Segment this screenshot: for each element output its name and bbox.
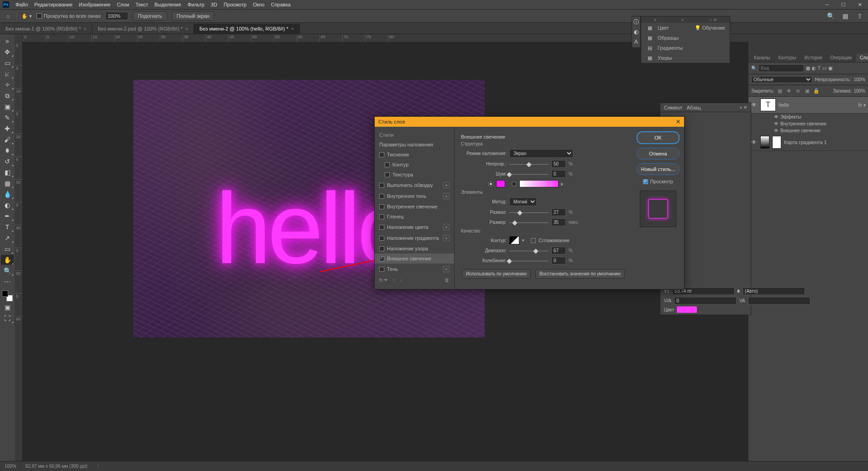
hand-tool[interactable]: ✋: [1, 255, 14, 265]
menu-select[interactable]: Выделение: [155, 2, 181, 7]
collapse-icon[interactable]: « ✕: [740, 105, 747, 110]
lock-artboard-icon[interactable]: ⊕: [795, 87, 802, 94]
gradient-radio[interactable]: [512, 181, 517, 186]
opacity-slider[interactable]: [509, 161, 549, 167]
color-swatches[interactable]: [2, 290, 13, 301]
use-default-button[interactable]: Использовать по умолчанию: [462, 269, 531, 279]
styles-header[interactable]: Стили: [375, 130, 454, 140]
style-item-pattern-overlay[interactable]: Наложение узора: [375, 243, 454, 254]
size-slider[interactable]: [509, 219, 549, 226]
move-tool[interactable]: ✥: [1, 47, 14, 57]
close-button[interactable]: ✕: [852, 0, 868, 9]
tab-channels[interactable]: Каналы: [750, 53, 774, 62]
dialog-titlebar[interactable]: Стиль слоя ✕: [375, 117, 684, 127]
cancel-button[interactable]: Отмена: [637, 148, 680, 160]
menu-window[interactable]: Окно: [253, 2, 265, 7]
layer-name[interactable]: Карта градиента 1: [784, 140, 827, 145]
style-item-gradient-overlay[interactable]: Наложение градиента+: [375, 233, 454, 243]
status-arrow-icon[interactable]: 〉: [97, 463, 101, 470]
glow-color-swatch[interactable]: [496, 180, 505, 187]
panel-item-learn[interactable]: 💡 Обучение: [695, 25, 725, 31]
tab-paragraph[interactable]: Абзац: [687, 105, 701, 110]
collapse-icon[interactable]: »: [1, 36, 14, 46]
marquee-tool[interactable]: ▭: [1, 58, 14, 68]
fill-value[interactable]: 100%: [853, 88, 865, 93]
add-icon[interactable]: +: [443, 182, 450, 188]
fullscreen-button[interactable]: Полный экран: [172, 11, 214, 21]
zoom-tool[interactable]: 🔍: [1, 266, 14, 276]
leading-input[interactable]: [743, 287, 805, 295]
tracking-input[interactable]: [748, 297, 810, 305]
fx-badge[interactable]: fx ▾: [858, 103, 865, 108]
heal-tool[interactable]: ✚: [1, 124, 14, 134]
foreground-color[interactable]: [2, 290, 8, 297]
layer-thumbnail[interactable]: [760, 136, 769, 149]
hand-tool-icon[interactable]: ✋ ▾: [21, 13, 32, 19]
history-brush-tool[interactable]: ↺: [1, 156, 14, 166]
zoom-input[interactable]: [105, 12, 128, 20]
spread-slider[interactable]: [509, 209, 549, 216]
filter-smart-icon[interactable]: ▣: [828, 66, 832, 71]
size-input[interactable]: [551, 218, 566, 226]
path-tool[interactable]: ↗: [1, 233, 14, 243]
close-icon[interactable]: ×: [84, 26, 86, 31]
jitter-slider[interactable]: [509, 258, 549, 264]
style-item-bevel[interactable]: Тиснение: [375, 150, 454, 160]
home-icon[interactable]: ⌂: [4, 12, 12, 20]
frame-tool[interactable]: ▣: [1, 102, 14, 112]
more-tools[interactable]: ⋯: [1, 277, 14, 287]
menu-layer[interactable]: Слои: [117, 2, 129, 7]
layer-effect-item[interactable]: 👁Внутреннее свечение: [748, 120, 868, 127]
close-icon[interactable]: ✕: [676, 119, 680, 125]
noise-slider[interactable]: [509, 171, 549, 177]
fx-menu-icon[interactable]: fx⏷: [379, 277, 388, 283]
opacity-value[interactable]: 100%: [853, 77, 865, 82]
layer-effect-item[interactable]: 👁Внешнее свечение: [748, 127, 868, 134]
lock-pixels-icon[interactable]: ▦: [776, 87, 784, 94]
eyedropper-tool[interactable]: ✎: [1, 113, 14, 123]
layer-search-input[interactable]: [758, 64, 804, 72]
text-color-swatch[interactable]: [677, 306, 697, 313]
menu-type[interactable]: Текст: [136, 2, 148, 7]
noise-input[interactable]: [551, 170, 566, 178]
stamp-tool[interactable]: ⧯: [1, 145, 14, 155]
screenmode-icon[interactable]: ⛶: [1, 313, 14, 323]
move-up-icon[interactable]: ↑: [393, 277, 396, 283]
panel-item-patterns[interactable]: ▦Узоры: [641, 53, 730, 63]
layer-thumbnail[interactable]: T: [760, 98, 776, 111]
workspace-icon[interactable]: ▦: [841, 11, 850, 21]
layer-row[interactable]: 👁 T hello fx ▾: [748, 97, 868, 114]
tab-actions[interactable]: Операции: [827, 53, 856, 62]
close-icon[interactable]: ×: [185, 26, 188, 31]
visibility-icon[interactable]: 👁: [751, 139, 758, 145]
style-item-outer-glow[interactable]: Внешнее свечение: [375, 254, 454, 264]
minimize-button[interactable]: ─: [819, 0, 835, 9]
panel-item-color[interactable]: ▦Цвет 💡 Обучение: [641, 23, 730, 33]
status-zoom[interactable]: 100%: [5, 464, 16, 469]
lock-nested-icon[interactable]: ▣: [804, 87, 811, 94]
kerning-input[interactable]: [674, 297, 737, 305]
menu-file[interactable]: Файл: [16, 2, 28, 7]
close-icon[interactable]: ─ ✕: [709, 17, 717, 22]
range-input[interactable]: [551, 247, 566, 254]
filter-pixel-icon[interactable]: ▦: [806, 66, 810, 71]
tab-history[interactable]: История: [801, 53, 826, 62]
blend-mode-select[interactable]: Обычные: [751, 76, 812, 83]
style-item-color-overlay[interactable]: Наложение цвета+: [375, 222, 454, 233]
tab-layers[interactable]: Слои: [856, 53, 868, 62]
visibility-icon[interactable]: 👁: [751, 102, 758, 108]
document-tab[interactable]: Без имени-2.psd @ 100% (RGB/8#) *×: [92, 24, 194, 34]
ok-button[interactable]: OK: [637, 131, 680, 144]
add-icon[interactable]: +: [443, 193, 450, 199]
menu-edit[interactable]: Редактирование: [34, 2, 73, 7]
crop-tool[interactable]: ⧉: [1, 91, 14, 101]
spread-input[interactable]: [551, 208, 566, 216]
preview-checkbox[interactable]: ✓Просмотр: [637, 179, 680, 184]
menu-filter[interactable]: Фильтр: [188, 2, 204, 7]
style-item-drop-shadow[interactable]: Тень+: [375, 264, 454, 274]
filter-adjust-icon[interactable]: ◐: [812, 66, 816, 71]
status-docinfo[interactable]: 82.97 мм x 60,96 мм (300 ppi): [26, 464, 88, 469]
layer-name[interactable]: hello: [779, 102, 789, 108]
maximize-button[interactable]: ☐: [835, 0, 852, 9]
blend-mode-select[interactable]: Экран: [509, 149, 573, 158]
